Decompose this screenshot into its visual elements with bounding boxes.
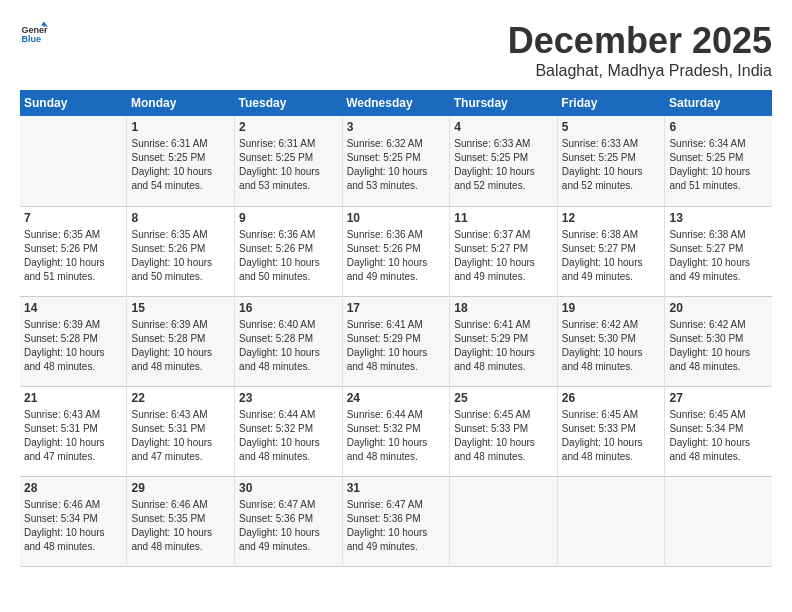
day-number: 23: [239, 391, 338, 405]
day-number: 24: [347, 391, 446, 405]
day-info: Sunrise: 6:31 AMSunset: 5:25 PMDaylight:…: [131, 137, 230, 193]
day-info: Sunrise: 6:33 AMSunset: 5:25 PMDaylight:…: [454, 137, 553, 193]
header-tuesday: Tuesday: [235, 90, 343, 116]
calendar-cell: 11Sunrise: 6:37 AMSunset: 5:27 PMDayligh…: [450, 206, 558, 296]
day-info: Sunrise: 6:35 AMSunset: 5:26 PMDaylight:…: [131, 228, 230, 284]
calendar-cell: 25Sunrise: 6:45 AMSunset: 5:33 PMDayligh…: [450, 386, 558, 476]
day-number: 18: [454, 301, 553, 315]
calendar-cell: 31Sunrise: 6:47 AMSunset: 5:36 PMDayligh…: [342, 476, 450, 566]
day-info: Sunrise: 6:36 AMSunset: 5:26 PMDaylight:…: [239, 228, 338, 284]
day-number: 13: [669, 211, 768, 225]
day-number: 29: [131, 481, 230, 495]
day-info: Sunrise: 6:37 AMSunset: 5:27 PMDaylight:…: [454, 228, 553, 284]
calendar-cell: [665, 476, 772, 566]
header-sunday: Sunday: [20, 90, 127, 116]
calendar-cell: 24Sunrise: 6:44 AMSunset: 5:32 PMDayligh…: [342, 386, 450, 476]
day-info: Sunrise: 6:32 AMSunset: 5:25 PMDaylight:…: [347, 137, 446, 193]
day-info: Sunrise: 6:45 AMSunset: 5:33 PMDaylight:…: [562, 408, 661, 464]
calendar-cell: 23Sunrise: 6:44 AMSunset: 5:32 PMDayligh…: [235, 386, 343, 476]
logo-icon: General Blue: [20, 20, 48, 48]
day-number: 9: [239, 211, 338, 225]
day-number: 5: [562, 120, 661, 134]
day-number: 3: [347, 120, 446, 134]
day-info: Sunrise: 6:41 AMSunset: 5:29 PMDaylight:…: [347, 318, 446, 374]
day-info: Sunrise: 6:40 AMSunset: 5:28 PMDaylight:…: [239, 318, 338, 374]
calendar-cell: 4Sunrise: 6:33 AMSunset: 5:25 PMDaylight…: [450, 116, 558, 206]
calendar-week-row: 1Sunrise: 6:31 AMSunset: 5:25 PMDaylight…: [20, 116, 772, 206]
calendar-cell: 9Sunrise: 6:36 AMSunset: 5:26 PMDaylight…: [235, 206, 343, 296]
calendar-cell: [450, 476, 558, 566]
calendar-cell: 5Sunrise: 6:33 AMSunset: 5:25 PMDaylight…: [557, 116, 665, 206]
day-number: 21: [24, 391, 122, 405]
day-number: 31: [347, 481, 446, 495]
calendar-cell: 21Sunrise: 6:43 AMSunset: 5:31 PMDayligh…: [20, 386, 127, 476]
day-info: Sunrise: 6:47 AMSunset: 5:36 PMDaylight:…: [347, 498, 446, 554]
day-info: Sunrise: 6:36 AMSunset: 5:26 PMDaylight:…: [347, 228, 446, 284]
day-info: Sunrise: 6:33 AMSunset: 5:25 PMDaylight:…: [562, 137, 661, 193]
calendar-cell: [20, 116, 127, 206]
day-number: 16: [239, 301, 338, 315]
calendar-cell: 18Sunrise: 6:41 AMSunset: 5:29 PMDayligh…: [450, 296, 558, 386]
calendar-cell: 3Sunrise: 6:32 AMSunset: 5:25 PMDaylight…: [342, 116, 450, 206]
header-friday: Friday: [557, 90, 665, 116]
day-number: 10: [347, 211, 446, 225]
day-info: Sunrise: 6:42 AMSunset: 5:30 PMDaylight:…: [669, 318, 768, 374]
day-number: 19: [562, 301, 661, 315]
day-info: Sunrise: 6:45 AMSunset: 5:34 PMDaylight:…: [669, 408, 768, 464]
day-number: 11: [454, 211, 553, 225]
calendar-table: SundayMondayTuesdayWednesdayThursdayFrid…: [20, 90, 772, 567]
calendar-cell: 16Sunrise: 6:40 AMSunset: 5:28 PMDayligh…: [235, 296, 343, 386]
calendar-cell: 29Sunrise: 6:46 AMSunset: 5:35 PMDayligh…: [127, 476, 235, 566]
calendar-cell: 6Sunrise: 6:34 AMSunset: 5:25 PMDaylight…: [665, 116, 772, 206]
day-info: Sunrise: 6:31 AMSunset: 5:25 PMDaylight:…: [239, 137, 338, 193]
day-number: 12: [562, 211, 661, 225]
day-number: 28: [24, 481, 122, 495]
calendar-cell: 15Sunrise: 6:39 AMSunset: 5:28 PMDayligh…: [127, 296, 235, 386]
day-info: Sunrise: 6:46 AMSunset: 5:35 PMDaylight:…: [131, 498, 230, 554]
calendar-cell: [557, 476, 665, 566]
calendar-cell: 10Sunrise: 6:36 AMSunset: 5:26 PMDayligh…: [342, 206, 450, 296]
calendar-cell: 7Sunrise: 6:35 AMSunset: 5:26 PMDaylight…: [20, 206, 127, 296]
calendar-cell: 20Sunrise: 6:42 AMSunset: 5:30 PMDayligh…: [665, 296, 772, 386]
calendar-cell: 27Sunrise: 6:45 AMSunset: 5:34 PMDayligh…: [665, 386, 772, 476]
day-number: 14: [24, 301, 122, 315]
day-number: 22: [131, 391, 230, 405]
day-info: Sunrise: 6:47 AMSunset: 5:36 PMDaylight:…: [239, 498, 338, 554]
day-info: Sunrise: 6:43 AMSunset: 5:31 PMDaylight:…: [131, 408, 230, 464]
day-number: 2: [239, 120, 338, 134]
day-info: Sunrise: 6:39 AMSunset: 5:28 PMDaylight:…: [24, 318, 122, 374]
day-number: 27: [669, 391, 768, 405]
day-info: Sunrise: 6:38 AMSunset: 5:27 PMDaylight:…: [669, 228, 768, 284]
month-title: December 2025: [508, 20, 772, 62]
logo: General Blue: [20, 20, 48, 48]
calendar-cell: 2Sunrise: 6:31 AMSunset: 5:25 PMDaylight…: [235, 116, 343, 206]
calendar-cell: 22Sunrise: 6:43 AMSunset: 5:31 PMDayligh…: [127, 386, 235, 476]
calendar-cell: 28Sunrise: 6:46 AMSunset: 5:34 PMDayligh…: [20, 476, 127, 566]
day-info: Sunrise: 6:38 AMSunset: 5:27 PMDaylight:…: [562, 228, 661, 284]
calendar-cell: 17Sunrise: 6:41 AMSunset: 5:29 PMDayligh…: [342, 296, 450, 386]
svg-text:Blue: Blue: [21, 34, 41, 44]
day-info: Sunrise: 6:34 AMSunset: 5:25 PMDaylight:…: [669, 137, 768, 193]
calendar-header-row: SundayMondayTuesdayWednesdayThursdayFrid…: [20, 90, 772, 116]
header-monday: Monday: [127, 90, 235, 116]
header-thursday: Thursday: [450, 90, 558, 116]
header: General Blue December 2025 Balaghat, Mad…: [20, 20, 772, 80]
day-info: Sunrise: 6:39 AMSunset: 5:28 PMDaylight:…: [131, 318, 230, 374]
calendar-week-row: 14Sunrise: 6:39 AMSunset: 5:28 PMDayligh…: [20, 296, 772, 386]
calendar-week-row: 28Sunrise: 6:46 AMSunset: 5:34 PMDayligh…: [20, 476, 772, 566]
day-number: 15: [131, 301, 230, 315]
day-number: 6: [669, 120, 768, 134]
day-info: Sunrise: 6:44 AMSunset: 5:32 PMDaylight:…: [239, 408, 338, 464]
location-subtitle: Balaghat, Madhya Pradesh, India: [508, 62, 772, 80]
day-number: 8: [131, 211, 230, 225]
day-info: Sunrise: 6:43 AMSunset: 5:31 PMDaylight:…: [24, 408, 122, 464]
day-info: Sunrise: 6:44 AMSunset: 5:32 PMDaylight:…: [347, 408, 446, 464]
day-number: 7: [24, 211, 122, 225]
day-number: 26: [562, 391, 661, 405]
day-info: Sunrise: 6:46 AMSunset: 5:34 PMDaylight:…: [24, 498, 122, 554]
day-number: 1: [131, 120, 230, 134]
day-number: 30: [239, 481, 338, 495]
calendar-week-row: 21Sunrise: 6:43 AMSunset: 5:31 PMDayligh…: [20, 386, 772, 476]
day-info: Sunrise: 6:41 AMSunset: 5:29 PMDaylight:…: [454, 318, 553, 374]
calendar-cell: 30Sunrise: 6:47 AMSunset: 5:36 PMDayligh…: [235, 476, 343, 566]
